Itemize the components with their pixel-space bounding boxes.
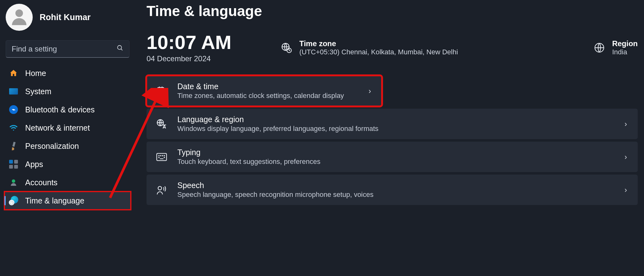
sidebar-item-label: Time & language (25, 196, 84, 205)
page-title: Time & language (147, 3, 638, 19)
svg-point-12 (162, 155, 163, 156)
chevron-right-icon: › (625, 153, 629, 161)
card-subtitle: Speech language, speech recognition micr… (177, 191, 615, 199)
sidebar-item-home[interactable]: Home (4, 64, 131, 82)
user-account-row[interactable]: Rohit Kumar (4, 2, 131, 38)
wifi-icon (9, 123, 18, 133)
paintbrush-icon (7, 140, 20, 153)
sidebar-item-label: Accounts (25, 178, 58, 187)
sidebar-item-label: Network & internet (25, 123, 90, 133)
apps-icon (9, 160, 18, 169)
main-content: Time & language 10:07 AM 04 December 202… (135, 0, 644, 276)
bluetooth-icon: ⌁ (9, 105, 18, 114)
card-typing[interactable]: Typing Touch keyboard, text suggestions,… (147, 142, 638, 172)
search-icon (117, 45, 124, 53)
svg-point-17 (158, 186, 162, 190)
svg-point-10 (159, 155, 159, 156)
svg-line-1 (121, 49, 123, 50)
sidebar-item-time-language[interactable]: 🕒 Time & language (4, 192, 131, 210)
region-value: India (612, 48, 638, 56)
card-date-time[interactable]: Date & time Time zones, automatic clock … (147, 76, 382, 106)
card-speech[interactable]: Speech Speech language, speech recogniti… (147, 175, 638, 205)
card-title: Date & time (177, 82, 359, 91)
chevron-right-icon: › (625, 186, 629, 194)
user-name: Rohit Kumar (40, 13, 91, 22)
sidebar-item-accounts[interactable]: Accounts (4, 173, 131, 192)
card-subtitle: Windows display language, preferred lang… (177, 125, 615, 133)
card-title: Speech (177, 181, 615, 190)
region-block[interactable]: Region India (593, 39, 638, 56)
region-label: Region (612, 39, 638, 48)
calendar-clock-icon (155, 85, 168, 97)
sidebar-item-label: Apps (25, 160, 43, 169)
settings-cards: Date & time Time zones, automatic clock … (147, 76, 638, 205)
system-icon (9, 87, 18, 96)
sidebar-item-network[interactable]: Network & internet (4, 119, 131, 137)
nav-list: Home System ⌁ Bluetooth & devices Networ… (4, 64, 131, 210)
search-input[interactable] (12, 45, 117, 53)
sidebar-item-label: System (25, 87, 51, 96)
chevron-right-icon: › (625, 120, 629, 128)
info-row: 10:07 AM 04 December 2024 Time zone (UTC… (147, 32, 638, 63)
timezone-value: (UTC+05:30) Chennai, Kolkata, Mumbai, Ne… (299, 48, 458, 56)
chevron-right-icon: › (369, 87, 373, 95)
globe-clock-icon (280, 42, 292, 54)
svg-point-14 (159, 157, 159, 158)
svg-point-0 (118, 45, 122, 49)
sidebar-item-bluetooth[interactable]: ⌁ Bluetooth & devices (4, 100, 131, 119)
avatar (6, 4, 33, 31)
svg-point-11 (160, 155, 161, 156)
card-title: Language & region (177, 115, 615, 124)
card-title: Typing (177, 148, 615, 157)
sidebar-item-personalization[interactable]: Personalization (4, 137, 131, 155)
person-icon (9, 178, 18, 187)
sidebar-item-label: Bluetooth & devices (25, 105, 95, 114)
timezone-label: Time zone (299, 39, 458, 48)
current-date: 04 December 2024 (147, 54, 231, 63)
sidebar: Rohit Kumar Home System ⌁ Bluetooth & de… (0, 0, 135, 276)
speech-icon (155, 184, 168, 196)
globe-icon (593, 42, 605, 54)
svg-point-13 (164, 155, 165, 156)
svg-point-2 (12, 179, 15, 183)
home-icon (9, 68, 18, 78)
sidebar-item-label: Home (25, 69, 46, 78)
svg-rect-6 (158, 87, 164, 94)
svg-rect-9 (157, 153, 166, 160)
card-subtitle: Time zones, automatic clock settings, ca… (177, 92, 359, 100)
svg-point-15 (164, 157, 165, 158)
keyboard-icon (155, 151, 168, 163)
search-box[interactable] (6, 40, 130, 58)
time-block: 10:07 AM 04 December 2024 (147, 32, 231, 63)
card-language-region[interactable]: Language & region Windows display langua… (147, 109, 638, 139)
card-subtitle: Touch keyboard, text suggestions, prefer… (177, 158, 615, 166)
time-language-icon: 🕒 (9, 196, 18, 205)
language-icon (155, 118, 168, 130)
current-time: 10:07 AM (147, 32, 231, 52)
sidebar-item-apps[interactable]: Apps (4, 155, 131, 173)
timezone-block[interactable]: Time zone (UTC+05:30) Chennai, Kolkata, … (280, 39, 458, 56)
sidebar-item-system[interactable]: System (4, 82, 131, 100)
sidebar-item-label: Personalization (25, 142, 79, 151)
